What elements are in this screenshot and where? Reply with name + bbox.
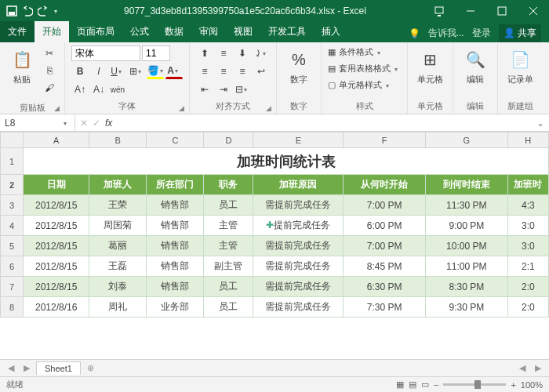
cell[interactable]: 3:0 [507, 236, 548, 256]
namebox-dropdown-icon[interactable]: ▾ [64, 120, 70, 126]
align-launcher-icon[interactable]: ◢ [196, 104, 271, 112]
cell[interactable]: 7:30 PM [344, 297, 426, 318]
col-H[interactable]: H [507, 132, 548, 148]
cell[interactable]: 2:0 [507, 277, 548, 297]
cell[interactable]: 3:0 [507, 216, 548, 236]
name-box[interactable]: L8▾ [0, 114, 75, 131]
row-3[interactable]: 3 [1, 195, 24, 216]
tab-view[interactable]: 视图 [226, 21, 260, 42]
paste-button[interactable]: 📋 粘贴 [6, 45, 38, 87]
align-center-icon[interactable]: ≡ [215, 64, 232, 79]
format-painter-icon[interactable]: 🖌 [41, 80, 58, 96]
number-format-button[interactable]: % 数字 [283, 45, 314, 87]
col-A[interactable]: A [24, 132, 89, 148]
row-1[interactable]: 1 [1, 148, 24, 175]
cell[interactable]: 2012/8/16 [24, 297, 89, 318]
view-normal-icon[interactable]: ▦ [396, 379, 404, 390]
cell[interactable]: 7:00 PM [344, 236, 426, 256]
align-right-icon[interactable]: ≡ [234, 64, 251, 79]
sheet-tab[interactable]: Sheet1 [36, 361, 81, 375]
cell[interactable]: 10:00 PM [425, 236, 507, 256]
cell[interactable]: 8:30 PM [425, 277, 507, 297]
font-size-select[interactable] [142, 45, 170, 61]
cell[interactable]: 6:30 PM [344, 277, 426, 297]
col-E[interactable]: E [253, 132, 344, 148]
formula-input[interactable] [117, 115, 527, 131]
increase-indent-icon[interactable]: ⇥ [215, 82, 232, 97]
cell[interactable]: 葛丽 [89, 236, 147, 256]
cell[interactable]: 2:1 [507, 256, 548, 277]
merge-button[interactable]: ⊟▾ [234, 82, 251, 97]
wrap-text-icon[interactable]: ↩ [253, 64, 270, 79]
cancel-icon[interactable]: ✕ [80, 118, 88, 129]
redo-icon[interactable] [38, 5, 49, 16]
cell[interactable]: 副主管 [204, 256, 253, 277]
cell[interactable]: 需提前完成任务 [253, 297, 344, 318]
cell[interactable]: 员工 [204, 297, 253, 318]
row-2[interactable]: 2 [1, 175, 24, 195]
cell[interactable]: 主管 [204, 236, 253, 256]
cell[interactable]: 需提前完成任务 [253, 277, 344, 297]
new-sheet-icon[interactable]: ⊕ [84, 363, 97, 373]
cell[interactable]: 主管 [204, 216, 253, 236]
tab-dev[interactable]: 开发工具 [260, 21, 314, 42]
view-break-icon[interactable]: ▭ [421, 379, 429, 390]
border-button[interactable]: ⊞▾ [128, 64, 145, 79]
cell[interactable]: 2:0 [507, 297, 548, 318]
cell[interactable]: 8:45 PM [344, 256, 426, 277]
cut-icon[interactable]: ✂ [41, 45, 58, 61]
cell[interactable]: 王荣 [89, 195, 147, 216]
close-button[interactable] [518, 0, 549, 22]
col-B[interactable]: B [89, 132, 147, 148]
cell[interactable]: 员工 [204, 277, 253, 297]
align-middle-icon[interactable]: ≡ [215, 45, 232, 61]
worksheet[interactable]: A B C D E F G H 1加班时间统计表 2 日期加班人所在部门职务加班… [0, 132, 549, 359]
cell[interactable]: 11:00 PM [425, 256, 507, 277]
cell[interactable]: 需提前完成任务 [253, 236, 344, 256]
col-G[interactable]: G [425, 132, 507, 148]
cell[interactable]: 员工 [204, 195, 253, 216]
cell[interactable]: 9:30 PM [425, 297, 507, 318]
align-left-icon[interactable]: ≡ [196, 64, 213, 79]
table-title[interactable]: 加班时间统计表 [24, 148, 549, 175]
cell[interactable]: 销售部 [147, 256, 204, 277]
fx-icon[interactable]: fx [105, 118, 112, 129]
formula-expand-icon[interactable]: ⌄ [532, 118, 549, 129]
row-7[interactable]: 7 [1, 277, 24, 297]
select-all-button[interactable] [1, 132, 24, 148]
row-4[interactable]: 4 [1, 216, 24, 236]
tab-home[interactable]: 开始 [35, 21, 69, 42]
maximize-button[interactable] [486, 0, 518, 22]
align-bottom-icon[interactable]: ⬇ [234, 45, 251, 61]
tab-review[interactable]: 审阅 [191, 21, 226, 42]
row-5[interactable]: 5 [1, 236, 24, 256]
save-icon[interactable] [6, 5, 17, 16]
row-6[interactable]: 6 [1, 256, 24, 277]
view-page-icon[interactable]: ▤ [409, 379, 416, 390]
decrease-font-icon[interactable]: A↓ [90, 82, 107, 97]
cell[interactable]: 王磊 [89, 256, 147, 277]
login-link[interactable]: 登录 [472, 27, 491, 40]
qat-dropdown-icon[interactable]: ▾ [54, 8, 60, 14]
cell[interactable]: 11:30 PM [425, 195, 507, 216]
copy-icon[interactable]: ⎘ [41, 63, 58, 78]
cell[interactable]: 需提前完成任务 [253, 256, 344, 277]
increase-font-icon[interactable]: A↑ [71, 82, 89, 97]
row-8[interactable]: 8 [1, 297, 24, 318]
zoom-level[interactable]: 100% [521, 380, 543, 390]
cell[interactable]: 周国菊 [89, 216, 147, 236]
clipboard-launcher-icon[interactable]: ◢ [6, 104, 60, 112]
editing-button[interactable]: 🔍 编辑 [460, 45, 491, 87]
cell[interactable]: 2012/8/15 [24, 195, 89, 216]
font-name-select[interactable] [71, 45, 140, 61]
enter-icon[interactable]: ✓ [93, 118, 100, 129]
zoom-out-icon[interactable]: − [434, 380, 438, 390]
align-top-icon[interactable]: ⬆ [196, 45, 213, 61]
cells-button[interactable]: ⊞ 单元格 [414, 45, 446, 87]
col-D[interactable]: D [204, 132, 253, 148]
sheet-nav-prev-icon[interactable]: ◀ [5, 363, 17, 373]
cell[interactable]: 销售部 [147, 236, 204, 256]
tab-formula[interactable]: 公式 [122, 21, 157, 42]
share-button[interactable]: 👤 共享 [499, 24, 541, 42]
format-as-table-button[interactable]: ▤套用表格格式▾ [328, 62, 401, 75]
